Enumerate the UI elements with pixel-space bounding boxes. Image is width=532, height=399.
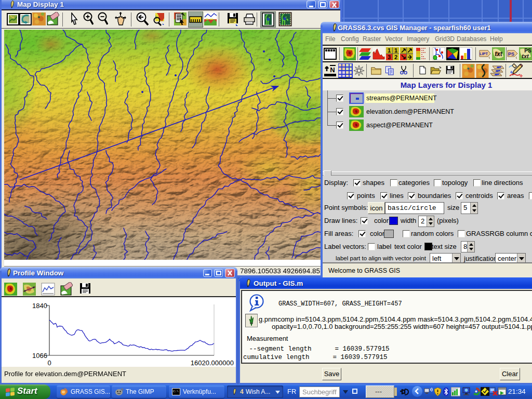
- svg-text:1: 1: [388, 47, 391, 54]
- svg-text:0: 0: [47, 359, 51, 367]
- svg-text:1: 1: [394, 47, 397, 54]
- svg-text:txt: txt: [522, 53, 529, 59]
- svg-text:LIPT: LIPT: [480, 51, 488, 56]
- svg-text:2: 2: [394, 54, 397, 60]
- svg-text:PS: PS: [508, 51, 514, 57]
- svg-text:1066: 1066: [32, 352, 47, 360]
- svg-text:C:\: C:\: [173, 390, 179, 393]
- svg-text:16020.000000: 16020.000000: [191, 359, 234, 367]
- svg-text:N: N: [330, 66, 335, 74]
- svg-text:txt: txt: [495, 50, 503, 58]
- svg-text:1840: 1840: [32, 302, 47, 310]
- svg-text:3: 3: [388, 54, 391, 60]
